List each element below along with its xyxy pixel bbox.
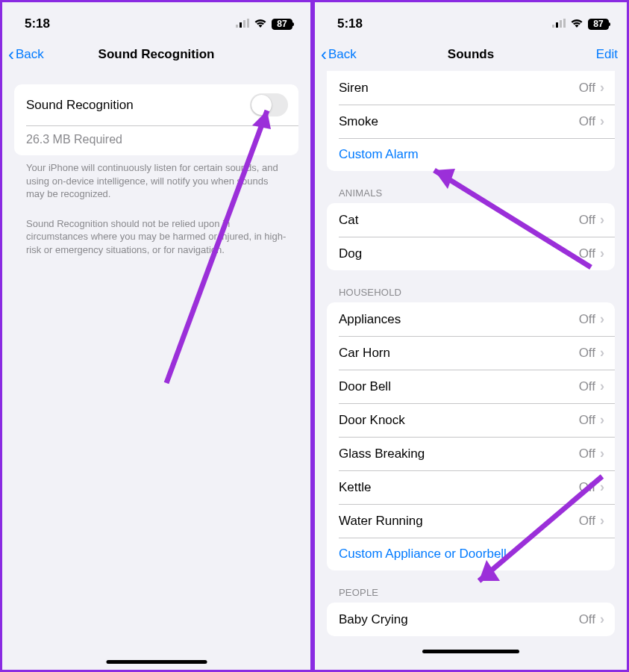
group-header-household: HOUSEHOLD [327, 270, 615, 302]
chevron-right-icon: › [600, 345, 604, 361]
footer-description-2: Sound Recognition should not be relied u… [14, 211, 298, 263]
group-header-animals: ANIMALS [327, 171, 615, 203]
sound-row-water-running[interactable]: Water Running Off› [327, 504, 615, 538]
sound-row-glass-breaking[interactable]: Glass Breaking Off› [327, 437, 615, 470]
status-bar: 5:18 87 [2, 2, 310, 38]
row-label: Door Bell [339, 379, 391, 394]
people-group: Baby Crying Off› [327, 603, 615, 636]
row-label: Car Horn [339, 346, 390, 361]
back-label: Back [16, 47, 44, 62]
custom-appliance-link[interactable]: Custom Appliance or Doorbell [327, 538, 615, 570]
storage-required-label: 26.3 MB Required [14, 125, 298, 155]
row-value: Off [579, 514, 595, 529]
chevron-right-icon: › [600, 212, 604, 228]
row-label: Appliances [339, 312, 401, 327]
row-right: Off› [579, 345, 604, 361]
right-screenshot: 5:18 87 ‹ Back Sounds Edit Siren Off › [313, 0, 629, 672]
toggle-switch[interactable] [250, 93, 288, 116]
sound-row-siren[interactable]: Siren Off › [327, 71, 615, 105]
row-right: Off › [579, 212, 604, 228]
content-area: Sound Recognition 26.3 MB Required Your … [2, 71, 310, 670]
chevron-right-icon: › [600, 612, 604, 627]
row-label: Dog [339, 246, 362, 261]
status-time: 5:18 [25, 16, 50, 31]
sound-row-appliances[interactable]: Appliances Off› [327, 302, 615, 336]
row-right: Off › [579, 113, 604, 129]
row-label: Water Running [339, 514, 423, 529]
row-value: Off [579, 612, 595, 627]
svg-rect-8 [560, 20, 562, 28]
nav-bar: ‹ Back Sound Recognition [2, 38, 310, 71]
sound-row-baby-crying[interactable]: Baby Crying Off› [327, 603, 615, 636]
row-right: Off › [579, 246, 604, 261]
status-icons: 87 [552, 17, 609, 31]
svg-rect-2 [243, 20, 245, 28]
household-group: Appliances Off› Car Horn Off› Door Bell … [327, 302, 615, 570]
back-button[interactable]: ‹ Back [321, 46, 357, 63]
row-value: Off [579, 312, 595, 327]
row-right: Off› [579, 379, 604, 394]
row-right: Off› [579, 612, 604, 627]
row-label: Door Knock [339, 413, 405, 428]
chevron-right-icon: › [600, 412, 604, 428]
row-link-label: Custom Alarm [339, 147, 419, 162]
row-value: Off [579, 346, 595, 361]
sound-row-door-knock[interactable]: Door Knock Off› [327, 403, 615, 437]
chevron-right-icon: › [600, 246, 604, 261]
chevron-right-icon: › [600, 113, 604, 129]
sound-row-smoke[interactable]: Smoke Off › [327, 105, 615, 138]
back-label: Back [328, 47, 357, 62]
chevron-left-icon: ‹ [321, 46, 327, 63]
row-label: Glass Breaking [339, 447, 425, 461]
home-indicator[interactable] [106, 660, 207, 664]
sound-recognition-toggle-row[interactable]: Sound Recognition [14, 84, 298, 125]
custom-alarm-link[interactable]: Custom Alarm [327, 138, 615, 171]
group-header-people: PEOPLE [327, 570, 615, 603]
status-bar: 5:18 87 [315, 2, 627, 38]
sound-row-kettle[interactable]: Kettle Off› [327, 470, 615, 504]
row-label: Siren [339, 81, 369, 96]
cellular-signal-icon [236, 17, 249, 31]
animals-group: Cat Off › Dog Off › [327, 203, 615, 270]
edit-button[interactable]: Edit [596, 47, 618, 62]
row-value: Off [579, 114, 595, 129]
chevron-left-icon: ‹ [8, 46, 14, 63]
footer-description-1: Your iPhone will continuously listen for… [14, 155, 298, 207]
row-value: Off [579, 246, 595, 261]
row-value: Off [579, 413, 595, 428]
page-title: Sounds [448, 47, 494, 62]
row-value: Off [579, 379, 595, 394]
settings-group: Sound Recognition 26.3 MB Required [14, 84, 298, 155]
home-indicator[interactable] [422, 650, 519, 653]
chevron-right-icon: › [600, 446, 604, 461]
sound-row-car-horn[interactable]: Car Horn Off› [327, 336, 615, 370]
svg-rect-1 [240, 22, 242, 28]
row-label: Baby Crying [339, 612, 408, 627]
row-right: Off› [579, 479, 604, 495]
page-title: Sound Recognition [98, 47, 215, 62]
row-right: Off› [579, 311, 604, 327]
battery-icon: 87 [272, 19, 292, 30]
back-button[interactable]: ‹ Back [8, 46, 44, 63]
toggle-label: Sound Recognition [26, 98, 134, 113]
status-icons: 87 [236, 17, 292, 31]
svg-rect-0 [236, 25, 238, 28]
row-right: Off› [579, 446, 604, 461]
sound-row-dog[interactable]: Dog Off › [327, 237, 615, 270]
svg-rect-3 [247, 19, 249, 28]
chevron-right-icon: › [600, 513, 604, 529]
left-screenshot: 5:18 87 ‹ Back Sound Recognition Sound R… [0, 0, 313, 672]
row-right: Off› [579, 412, 604, 428]
svg-rect-6 [552, 25, 554, 28]
svg-rect-9 [563, 19, 566, 28]
svg-rect-7 [556, 22, 558, 28]
sound-row-door-bell[interactable]: Door Bell Off› [327, 370, 615, 403]
sound-row-cat[interactable]: Cat Off › [327, 203, 615, 237]
row-value: Off [579, 81, 595, 96]
chevron-right-icon: › [600, 379, 604, 394]
alarms-group: Siren Off › Smoke Off › Custom Alarm [327, 71, 615, 171]
row-link-label: Custom Appliance or Doorbell [339, 547, 507, 561]
row-right: Off› [579, 513, 604, 529]
row-label: Smoke [339, 114, 378, 129]
row-value: Off [579, 480, 595, 495]
